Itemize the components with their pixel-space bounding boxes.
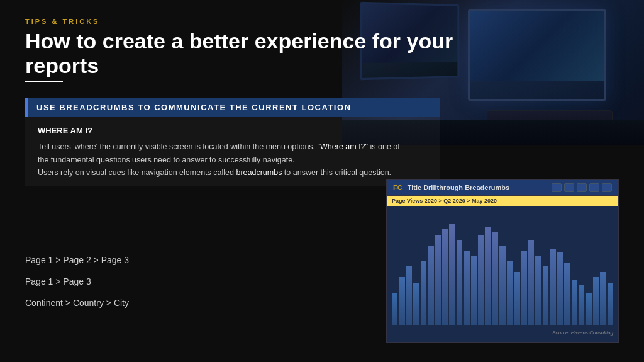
chart-bar <box>464 251 469 325</box>
chart-bar <box>528 240 534 325</box>
chart-title: Title Drillthrough Breadcrumbs <box>408 184 509 191</box>
section-text-p3: Users rely on visual cues like navigatio… <box>38 168 236 177</box>
section-body: Tell users 'where' the currently visible… <box>38 140 402 179</box>
chart-bar <box>457 240 462 325</box>
chart-bar <box>413 283 419 325</box>
chart-bar <box>435 235 441 325</box>
main-content: TIPS & TRICKS How to create a better exp… <box>0 0 644 208</box>
chart-bar <box>449 224 455 325</box>
chart-bar <box>543 266 548 325</box>
home-icon[interactable] <box>577 183 587 192</box>
chart-bar <box>499 246 505 325</box>
chart-bar <box>572 280 577 325</box>
chart-bar <box>478 235 484 325</box>
breadcrumb-example-3: Continent > Country > City <box>25 297 129 309</box>
breadcrumb-example-1: Page 1 > Page 2 > Page 3 <box>25 254 129 266</box>
chart-area <box>387 206 618 329</box>
chart-toolbar <box>552 183 612 192</box>
breadcrumb-example-2: Page 1 > Page 3 <box>25 275 129 288</box>
chart-bar <box>593 277 599 325</box>
chart-bar <box>557 252 563 325</box>
where-am-i-title: WHERE AM I? <box>38 126 428 135</box>
country-text: Country <box>73 298 104 308</box>
title-underline <box>25 81 63 82</box>
chart-logo: FC <box>393 184 402 191</box>
info-icon[interactable] <box>589 183 599 192</box>
back-icon[interactable] <box>552 183 562 192</box>
breadcrumb-examples: Page 1 > Page 2 > Page 3 Page 1 > Page 3… <box>25 254 129 318</box>
chart-bars <box>392 224 613 325</box>
forward-icon[interactable] <box>564 183 574 192</box>
chart-bar <box>564 263 570 325</box>
where-am-i-link: "Where am I?" <box>318 142 368 151</box>
chart-titlebar: FC Title Drillthrough Breadcrumbs <box>387 180 618 196</box>
chart-bar <box>421 261 426 325</box>
chart-bar <box>485 227 491 325</box>
chart-bar <box>406 266 412 325</box>
chart-bar <box>442 229 448 325</box>
chart-bar <box>507 261 513 325</box>
chart-box: FC Title Drillthrough Breadcrumbs Page V… <box>386 179 619 343</box>
chart-filter-bar: Page Views 2020 > Q2 2020 > May 2020 <box>387 196 618 206</box>
chart-bar <box>492 232 498 325</box>
tips-label: TIPS & TRICKS <box>25 18 619 25</box>
chart-bar <box>600 272 606 325</box>
section-text-p4: to answer this critical question. <box>282 168 391 177</box>
breadcrumbs-link: breadcrumbs <box>236 168 282 177</box>
chart-bar <box>608 283 613 325</box>
expand-icon[interactable] <box>602 183 612 192</box>
chart-bar <box>471 256 477 325</box>
chart-bar <box>521 251 527 325</box>
chart-bar <box>399 277 404 325</box>
chart-bar <box>535 256 541 325</box>
chart-source: Source: Havens Consulting <box>387 329 618 337</box>
chart-bar <box>579 285 584 325</box>
chart-bar <box>392 293 397 325</box>
chart-bar <box>550 249 555 325</box>
section-text-p1: Tell users 'where' the currently visible… <box>38 142 318 151</box>
chart-bar <box>428 246 433 325</box>
breadcrumb-section: USE BREADCRUMBS TO COMMUNICATE THE CURRE… <box>25 98 440 186</box>
chart-bar <box>514 272 519 325</box>
main-title: How to create a better experience for yo… <box>25 29 465 78</box>
chart-bar <box>586 293 591 325</box>
section-header: USE BREADCRUMBS TO COMMUNICATE THE CURRE… <box>25 98 440 117</box>
